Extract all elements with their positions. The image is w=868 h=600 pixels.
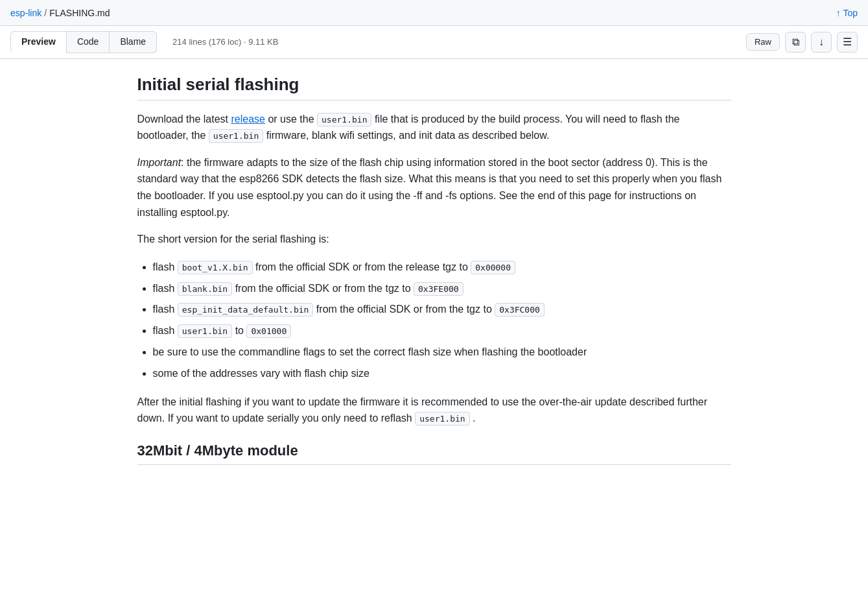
bullet-text-5: be sure to use the commandline flags to … (153, 346, 587, 357)
bullet-text-3-before: flash (153, 304, 178, 315)
bullet-code-3a: esp_init_data_default.bin (178, 303, 314, 317)
intro-text-before-link: Download the latest (137, 114, 231, 125)
important-label: Important (137, 157, 182, 168)
important-paragraph: Important: the firmware adapts to the si… (137, 154, 731, 221)
list-item: flash esp_init_data_default.bin from the… (153, 300, 731, 319)
list-item: flash user1.bin to 0x01000 (153, 322, 731, 341)
breadcrumb-separator: / (44, 8, 47, 18)
user1-bin-code-2: user1.bin (209, 129, 263, 143)
raw-button[interactable]: Raw (746, 33, 780, 51)
menu-button[interactable]: ☰ (837, 32, 858, 53)
bullet-text-2-before: flash (153, 283, 178, 294)
tab-preview[interactable]: Preview (10, 31, 67, 53)
user1-bin-code-1: user1.bin (317, 113, 371, 126)
list-item: some of the addresses vary with flash ch… (153, 365, 731, 383)
bullet-text-6: some of the addresses vary with flash ch… (153, 368, 369, 379)
bullet-code-2a: blank.bin (178, 282, 232, 296)
list-item: flash boot_v1.X.bin from the official SD… (153, 258, 731, 277)
view-tabs: Preview Code Blame (10, 31, 157, 53)
bullet-code-4b: 0x01000 (246, 324, 291, 338)
subheading: 32Mbit / 4Mbyte module (137, 442, 731, 465)
bullet-list: flash boot_v1.X.bin from the official SD… (137, 258, 731, 383)
bullet-text-4-mid: to (232, 325, 246, 336)
intro-paragraph: Download the latest release or use the u… (137, 111, 731, 144)
intro-text-after-link: or use the (265, 114, 317, 125)
file-meta: 214 lines (176 loc) · 9.11 KB (172, 37, 278, 47)
top-bar: esp-link / FLASHING.md ↑ Top (0, 0, 868, 26)
list-item: flash blank.bin from the official SDK or… (153, 280, 731, 298)
copy-button[interactable]: ⧉ (785, 32, 806, 53)
list-item: be sure to use the commandline flags to … (153, 343, 731, 362)
short-version-intro: The short version for the serial flashin… (137, 231, 731, 248)
top-link[interactable]: ↑ Top (836, 8, 858, 18)
breadcrumb: esp-link / FLASHING.md (10, 8, 110, 18)
markdown-content: Initial serial flashing Download the lat… (117, 59, 752, 501)
toolbar: Preview Code Blame 214 lines (176 loc) ·… (0, 26, 868, 59)
tab-code[interactable]: Code (67, 31, 110, 53)
bullet-text-2-mid: from the official SDK or from the tgz to (232, 283, 414, 294)
bullet-text-4-before: flash (153, 325, 178, 336)
bullet-code-4a: user1.bin (178, 324, 232, 338)
intro-text-end: firmware, blank wifi settings, and init … (263, 130, 549, 141)
main-heading: Initial serial flashing (137, 75, 731, 101)
after-bullets-text-after: . (470, 413, 476, 424)
toolbar-actions: Raw ⧉ ↓ ☰ (746, 32, 858, 53)
bullet-code-1a: boot_v1.X.bin (178, 261, 253, 274)
bullet-text-1-before: flash (153, 261, 178, 272)
after-bullets-code: user1.bin (415, 412, 469, 426)
bullet-code-2b: 0x3FE000 (414, 282, 463, 296)
repo-link[interactable]: esp-link (10, 8, 41, 18)
tab-blame[interactable]: Blame (110, 31, 157, 53)
bullet-code-3b: 0x3FC000 (495, 303, 545, 317)
important-text: : the firmware adapts to the size of the… (137, 157, 722, 218)
file-name: FLASHING.md (49, 8, 110, 18)
bullet-text-3-mid: from the official SDK or from the tgz to (313, 304, 495, 315)
release-link[interactable]: release (231, 114, 264, 125)
after-bullets-paragraph: After the initial flashing if you want t… (137, 394, 731, 427)
bullet-code-1b: 0x00000 (471, 261, 515, 274)
bullet-text-1-mid: from the official SDK or from the releas… (253, 261, 471, 272)
download-button[interactable]: ↓ (811, 32, 832, 53)
